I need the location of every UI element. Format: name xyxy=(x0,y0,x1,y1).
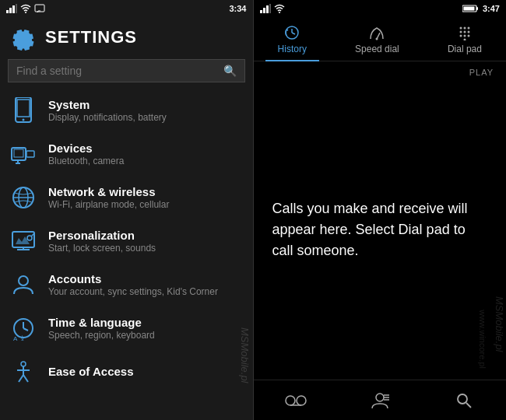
svg-point-46 xyxy=(459,27,462,30)
svg-point-57 xyxy=(297,396,306,405)
system-subtitle: Display, notifications, battery xyxy=(48,112,167,123)
svg-line-25 xyxy=(23,328,28,331)
settings-item-ease[interactable]: Ease of Access xyxy=(0,350,253,394)
settings-header: SETTINGS xyxy=(0,17,253,56)
personalization-text: Personalization Start, lock screen, soun… xyxy=(48,229,156,254)
accounts-title: Accounts xyxy=(48,272,218,285)
svg-point-63 xyxy=(458,394,467,404)
history-icon xyxy=(284,25,300,40)
accounts-text: Accounts Your account, sync settings, Ki… xyxy=(48,272,218,297)
search-input[interactable] xyxy=(16,65,217,77)
tab-dial-pad[interactable]: Dial pad xyxy=(435,22,494,61)
network-icon xyxy=(9,184,37,212)
tab-dial-pad-label: Dial pad xyxy=(448,44,482,54)
status-bar-left: 3:34 xyxy=(0,0,253,17)
wifi-icon xyxy=(20,4,31,13)
dial-pad-icon xyxy=(457,25,473,40)
svg-line-64 xyxy=(466,403,471,408)
personalization-title: Personalization xyxy=(48,229,156,242)
devices-icon xyxy=(9,140,37,168)
left-status-icons xyxy=(6,4,45,13)
watermark-right: MSMobile.pl xyxy=(494,296,506,352)
bottom-bar xyxy=(254,380,507,420)
gear-icon xyxy=(9,23,37,51)
svg-line-43 xyxy=(292,33,295,34)
svg-point-59 xyxy=(376,394,384,401)
wifi-icon-right xyxy=(274,4,285,13)
svg-rect-2 xyxy=(12,5,15,13)
battery-icon xyxy=(462,4,480,13)
devices-subtitle: Bluetooth, camera xyxy=(48,156,124,166)
tab-history-label: History xyxy=(278,44,307,54)
svg-rect-39 xyxy=(476,7,478,10)
play-label: PLAY xyxy=(254,61,507,80)
status-bar-right: 3:47 xyxy=(254,0,507,17)
svg-line-31 xyxy=(19,375,23,382)
svg-rect-11 xyxy=(26,151,34,157)
svg-point-52 xyxy=(459,35,462,37)
tab-speed-dial-label: Speed dial xyxy=(355,44,399,54)
time-title: Time & language xyxy=(48,316,155,329)
svg-rect-7 xyxy=(17,100,30,117)
ease-text: Ease of Access xyxy=(48,365,134,379)
system-title: System xyxy=(48,98,167,111)
svg-point-56 xyxy=(286,396,295,405)
personalization-subtitle: Start, lock screen, sounds xyxy=(48,243,156,254)
settings-panel: 3:34 SETTINGS 🔍 System xyxy=(0,0,253,420)
svg-point-49 xyxy=(459,31,462,33)
settings-item-accounts[interactable]: Accounts Your account, sync settings, Ki… xyxy=(0,263,253,306)
svg-line-32 xyxy=(23,375,28,382)
watermark-left: MSMobile.pl xyxy=(239,327,251,383)
settings-item-network[interactable]: Network & wireless Wi-Fi, airplane mode,… xyxy=(0,176,253,219)
time-display-right: 3:47 xyxy=(462,4,500,13)
svg-text:A: A xyxy=(13,335,18,341)
system-icon xyxy=(9,96,37,124)
svg-rect-6 xyxy=(16,97,31,122)
svg-point-8 xyxy=(23,119,25,121)
signal-icon-right xyxy=(260,4,271,13)
message-icon xyxy=(34,4,45,13)
tab-speed-dial[interactable]: Speed dial xyxy=(343,22,412,61)
search-bar[interactable]: 🔍 xyxy=(8,59,245,82)
svg-point-48 xyxy=(467,27,469,30)
svg-point-4 xyxy=(25,12,26,13)
svg-rect-0 xyxy=(6,10,9,13)
ease-icon xyxy=(9,358,37,386)
settings-item-personalization[interactable]: Personalization Start, lock screen, soun… xyxy=(0,219,253,263)
system-text: System Display, notifications, battery xyxy=(48,98,167,123)
accounts-icon xyxy=(9,271,37,299)
settings-item-time[interactable]: A 文 Time & language Speech, region, keyb… xyxy=(0,306,253,350)
time-icon: A 文 xyxy=(9,314,37,342)
tabs-row: History Speed dial xyxy=(254,17,507,61)
time-text: Time & language Speech, region, keyboard xyxy=(48,316,155,341)
voicemail-button[interactable] xyxy=(277,388,314,413)
svg-point-54 xyxy=(467,35,469,37)
svg-rect-36 xyxy=(269,4,271,13)
settings-item-system[interactable]: System Display, notifications, battery xyxy=(0,89,253,132)
svg-point-22 xyxy=(19,276,28,285)
contacts-button[interactable] xyxy=(361,388,399,413)
network-subtitle: Wi-Fi, airplane mode, cellular xyxy=(48,199,169,210)
watermark-url: www.wincore.pl xyxy=(478,310,487,369)
devices-text: Devices Bluetooth, camera xyxy=(48,142,124,166)
time-display-left: 3:34 xyxy=(229,4,246,13)
right-status-icons xyxy=(260,4,285,13)
svg-text:文: 文 xyxy=(19,335,26,341)
personalization-icon xyxy=(9,227,37,255)
tab-history[interactable]: History xyxy=(265,22,319,61)
svg-point-37 xyxy=(279,12,280,13)
network-title: Network & wireless xyxy=(48,185,169,198)
network-text: Network & wireless Wi-Fi, airplane mode,… xyxy=(48,185,169,210)
svg-point-55 xyxy=(463,39,466,41)
search-button[interactable] xyxy=(445,388,483,413)
settings-item-devices[interactable]: Devices Bluetooth, camera xyxy=(0,132,253,176)
svg-point-51 xyxy=(467,31,469,33)
ease-title: Ease of Access xyxy=(48,365,134,378)
settings-list: System Display, notifications, battery D… xyxy=(0,89,253,420)
accounts-subtitle: Your account, sync settings, Kid's Corne… xyxy=(48,286,218,297)
svg-rect-10 xyxy=(14,149,23,157)
svg-rect-34 xyxy=(263,8,265,13)
svg-rect-3 xyxy=(16,4,17,13)
signal-icon xyxy=(6,4,17,13)
empty-message: Calls you make and receive will appear h… xyxy=(272,198,488,261)
